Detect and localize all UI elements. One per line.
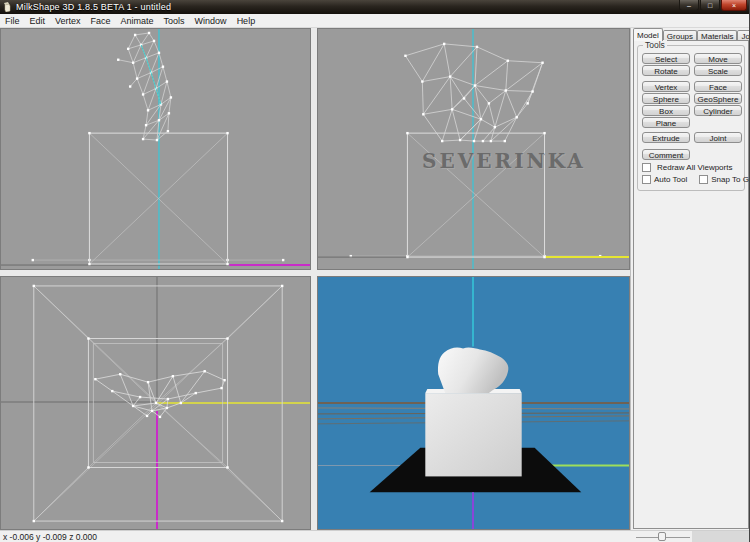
- face-button[interactable]: Face: [694, 81, 742, 92]
- vertex-dot: [134, 34, 136, 36]
- tab-model[interactable]: Model: [633, 28, 663, 41]
- vertex-dot: [441, 140, 443, 142]
- menu-vertex[interactable]: Vertex: [50, 15, 86, 27]
- extrude-button[interactable]: Extrude: [642, 132, 690, 143]
- select-button[interactable]: Select: [642, 53, 690, 64]
- rotate-button[interactable]: Rotate: [642, 65, 690, 76]
- vertex-dot: [459, 139, 461, 141]
- restore-button[interactable]: □: [700, 0, 720, 11]
- tool-buttons: Select Move Rotate Scale Vertex Face S: [642, 53, 742, 184]
- sphere-button[interactable]: Sphere: [642, 93, 690, 104]
- vertex-dot: [162, 65, 164, 67]
- vertex-dot: [494, 126, 496, 128]
- frame-slider-thumb[interactable]: [658, 532, 666, 541]
- vertex-dot: [167, 398, 169, 400]
- vertex-dot: [167, 130, 169, 132]
- model-tab-page: Tools Select Move Rotate Scale Vertex Fa: [633, 40, 749, 529]
- side-view-canvas: [1, 29, 310, 269]
- vertex-dot: [531, 90, 533, 92]
- vertex-dot: [180, 402, 182, 404]
- vertex-dot: [422, 113, 424, 115]
- vertex-dot: [543, 132, 545, 134]
- viewport-front-wireframe[interactable]: SEVERINKA: [317, 28, 630, 270]
- vertex-dot: [159, 416, 161, 418]
- watermark: SEVERINKA: [416, 149, 592, 173]
- vertex-dot: [142, 138, 144, 140]
- vertex-dot: [488, 102, 490, 104]
- scale-button[interactable]: Scale: [694, 65, 742, 76]
- viewport-top-wireframe[interactable]: [0, 276, 311, 530]
- tools-groupbox: Tools Select Move Rotate Scale Vertex Fa: [637, 45, 745, 191]
- vertex-dot: [507, 60, 509, 62]
- vertex-dot: [88, 132, 90, 134]
- title-bar: MilkShape 3D 1.8.5 BETA 1 - untitled – □…: [0, 0, 750, 14]
- close-button[interactable]: ×: [721, 0, 747, 11]
- menu-animate[interactable]: Animate: [116, 15, 159, 27]
- box-shape: [425, 393, 521, 476]
- vertex-dot: [132, 405, 134, 407]
- vertex-dot: [490, 140, 492, 142]
- geosphere-button[interactable]: GeoSphere: [694, 93, 742, 104]
- menu-file[interactable]: File: [5, 15, 25, 27]
- vertex-dot: [158, 119, 160, 121]
- vertex-dot: [505, 89, 507, 91]
- vertex-dot: [421, 80, 423, 82]
- vertex-dot: [168, 112, 170, 114]
- vertex-dot: [129, 85, 131, 87]
- redraw-all-viewports-checkbox[interactable]: [642, 163, 651, 172]
- box-button[interactable]: Box: [642, 105, 690, 116]
- vertex-dot: [281, 520, 283, 522]
- viewport-side-wireframe[interactable]: [0, 28, 311, 270]
- vertex-dot: [473, 140, 475, 142]
- menu-face[interactable]: Face: [86, 15, 116, 27]
- close-icon: ×: [732, 2, 736, 9]
- vertex-button[interactable]: Vertex: [642, 81, 690, 92]
- vertex-dot: [526, 102, 528, 104]
- vertex-dot: [226, 132, 228, 134]
- vertex-dot: [166, 80, 168, 82]
- vertex-dot: [147, 109, 149, 111]
- vertex-dot: [449, 75, 451, 77]
- vertex-dot: [406, 256, 408, 258]
- vertex-dot: [541, 62, 543, 64]
- vertex-dot: [147, 381, 149, 383]
- vertex-dot: [145, 124, 147, 126]
- frame-slider[interactable]: [636, 531, 690, 542]
- vertex-dot: [156, 139, 158, 141]
- vertex-dot: [148, 32, 150, 34]
- menu-window[interactable]: Window: [190, 15, 232, 27]
- vertex-dot: [172, 375, 174, 377]
- menu-bar: File Edit Vertex Face Animate Tools Wind…: [0, 14, 750, 28]
- plane-button[interactable]: Plane: [642, 117, 690, 128]
- joint-button[interactable]: Joint: [694, 132, 742, 143]
- vertex-dot: [480, 118, 482, 120]
- snap-to-grid-label: Snap To Grid: [711, 175, 750, 184]
- vertex-dot: [282, 259, 284, 261]
- app-icon: [3, 2, 12, 12]
- vertex-dot: [226, 337, 228, 339]
- viewport-area: SEVERINKA: [0, 28, 630, 530]
- vertex-dot: [223, 379, 225, 381]
- vertex-dot: [33, 285, 35, 287]
- minimize-button[interactable]: –: [679, 0, 699, 11]
- auto-tool-checkbox[interactable]: [642, 175, 651, 184]
- side-panel: Model Groups Materials Joints Tools Sele…: [630, 28, 750, 530]
- comment-button[interactable]: Comment: [642, 149, 690, 160]
- menu-help[interactable]: Help: [232, 15, 261, 27]
- viewport-3d-perspective[interactable]: [317, 276, 630, 530]
- minimize-icon: –: [687, 2, 691, 9]
- vertex-dot: [127, 48, 129, 50]
- vertex-dot: [142, 93, 144, 95]
- cylinder-button[interactable]: Cylinder: [694, 105, 742, 116]
- vertex-dot: [195, 392, 197, 394]
- vertex-dot: [226, 263, 228, 265]
- vertex-dot: [87, 337, 89, 339]
- vertex-dot: [170, 96, 172, 98]
- move-button[interactable]: Move: [694, 53, 742, 64]
- top-view-canvas: [1, 277, 310, 529]
- menu-edit[interactable]: Edit: [25, 15, 51, 27]
- vertex-dot: [406, 132, 408, 134]
- menu-tools[interactable]: Tools: [159, 15, 190, 27]
- snap-to-grid-checkbox[interactable]: [699, 175, 708, 184]
- vertex-dot: [33, 520, 35, 522]
